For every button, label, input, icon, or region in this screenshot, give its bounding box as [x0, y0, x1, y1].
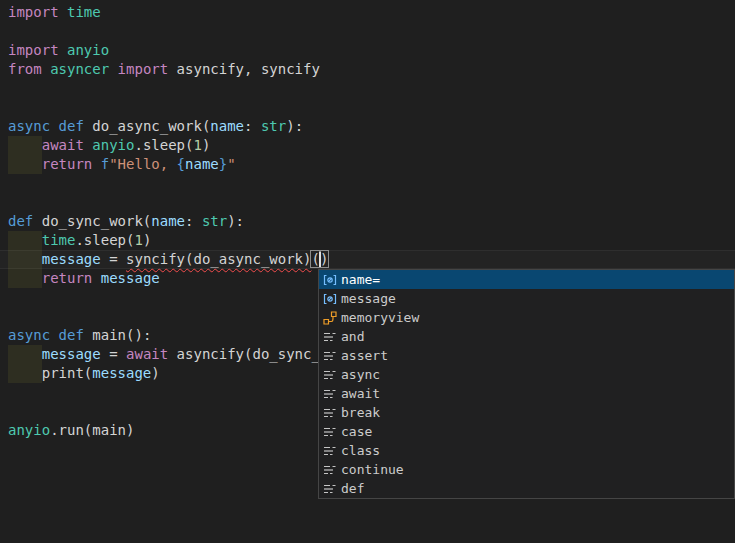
code-token: .sleep(: [75, 232, 134, 248]
suggestion-item[interactable]: message: [319, 289, 734, 308]
suggestion-label: class: [341, 443, 380, 458]
code-token: main():: [84, 327, 151, 343]
code-token: time: [67, 4, 101, 20]
code-line[interactable]: import time: [8, 3, 735, 22]
code-token: .sleep(: [134, 137, 193, 153]
code-token: do_sync_work(: [33, 213, 151, 229]
code-token: message: [92, 365, 151, 381]
code-token: [59, 4, 67, 20]
suggestion-label: async: [341, 367, 380, 382]
code-token: ):: [227, 213, 244, 229]
code-token: =: [101, 251, 126, 267]
code-token: asyncer: [50, 61, 109, 77]
code-line[interactable]: [8, 174, 735, 193]
code-line[interactable]: async def do_async_work(name: str):: [8, 117, 735, 136]
code-token: return: [42, 270, 93, 286]
code-token: name: [210, 118, 244, 134]
symbol-variable-icon: [322, 291, 338, 307]
text-cursor: [319, 252, 321, 267]
symbol-keyword-icon: [322, 367, 338, 383]
code-token: ):: [286, 118, 303, 134]
code-token: async: [8, 118, 50, 134]
code-line[interactable]: [8, 79, 735, 98]
code-token: def: [59, 327, 84, 343]
code-token: =: [101, 346, 126, 362]
code-token: [59, 42, 67, 58]
code-line[interactable]: message = syncify(do_async_work)(): [8, 250, 735, 269]
code-token: def: [59, 118, 84, 134]
code-token: import: [8, 4, 59, 20]
code-token: [8, 365, 42, 381]
code-token: ): [151, 365, 159, 381]
code-token: asyncify(do_sync_: [168, 346, 320, 362]
suggestion-item[interactable]: memoryview: [319, 308, 734, 327]
code-token: ): [202, 137, 210, 153]
code-token: "Hello,: [109, 156, 176, 172]
code-token: [8, 346, 42, 362]
code-token: ): [143, 232, 151, 248]
suggestion-label: message: [341, 291, 396, 306]
symbol-keyword-icon: [322, 462, 338, 478]
code-line[interactable]: import anyio: [8, 41, 735, 60]
symbol-keyword-icon: [322, 348, 338, 364]
code-token: [8, 232, 42, 248]
code-token: {: [177, 156, 185, 172]
code-token: str: [261, 118, 286, 134]
symbol-class-icon: [322, 310, 338, 326]
code-token: import: [118, 61, 169, 77]
symbol-keyword-icon: [322, 443, 338, 459]
suggestion-item[interactable]: case: [319, 422, 734, 441]
suggestion-item[interactable]: class: [319, 441, 734, 460]
code-token: return: [42, 156, 93, 172]
suggestion-item[interactable]: continue: [319, 460, 734, 479]
code-token: do_async_work(: [84, 118, 210, 134]
suggestion-item[interactable]: def: [319, 479, 734, 498]
code-token: name: [151, 213, 185, 229]
suggestion-item[interactable]: name=: [319, 270, 734, 289]
code-line[interactable]: [8, 22, 735, 41]
code-token: [8, 137, 42, 153]
suggestion-label: and: [341, 329, 364, 344]
suggest-widget: name=messagememoryviewandassertasyncawai…: [318, 269, 735, 499]
suggestion-label: assert: [341, 348, 388, 363]
code-token: await: [126, 346, 168, 362]
code-token: anyio: [67, 42, 109, 58]
code-token: [8, 156, 42, 172]
symbol-variable-icon: [322, 272, 338, 288]
code-line[interactable]: [8, 193, 735, 212]
suggestion-item[interactable]: await: [319, 384, 734, 403]
code-token: [50, 327, 58, 343]
code-line[interactable]: return f"Hello, {name}": [8, 155, 735, 174]
symbol-keyword-icon: [322, 405, 338, 421]
suggestion-label: case: [341, 424, 372, 439]
code-token: :: [185, 213, 202, 229]
code-token: }: [219, 156, 227, 172]
code-token: message: [42, 346, 101, 362]
code-line[interactable]: def do_sync_work(name: str):: [8, 212, 735, 231]
code-token: .run(main): [50, 422, 134, 438]
code-token: [8, 251, 42, 267]
code-token: print(: [42, 365, 93, 381]
code-token: [109, 61, 117, 77]
suggestion-item[interactable]: async: [319, 365, 734, 384]
code-line[interactable]: from asyncer import asyncify, syncify: [8, 60, 735, 79]
suggestion-label: break: [341, 405, 380, 420]
code-line[interactable]: [8, 98, 735, 117]
suggestion-item[interactable]: assert: [319, 346, 734, 365]
code-editor[interactable]: import timeimport anyiofrom asyncer impo…: [0, 0, 735, 543]
code-token: [50, 118, 58, 134]
symbol-keyword-icon: [322, 481, 338, 497]
code-token: f: [101, 156, 109, 172]
suggestion-item[interactable]: break: [319, 403, 734, 422]
code-token: [92, 270, 100, 286]
code-token: [8, 270, 42, 286]
suggestion-label: name=: [341, 272, 380, 287]
code-token: str: [202, 213, 227, 229]
code-token: ": [227, 156, 235, 172]
code-token: 1: [134, 232, 142, 248]
code-line[interactable]: await anyio.sleep(1): [8, 136, 735, 155]
symbol-keyword-icon: [322, 424, 338, 440]
code-line[interactable]: time.sleep(1): [8, 231, 735, 250]
error-squiggle-token: syncify(do_async_work): [126, 251, 311, 267]
suggestion-item[interactable]: and: [319, 327, 734, 346]
